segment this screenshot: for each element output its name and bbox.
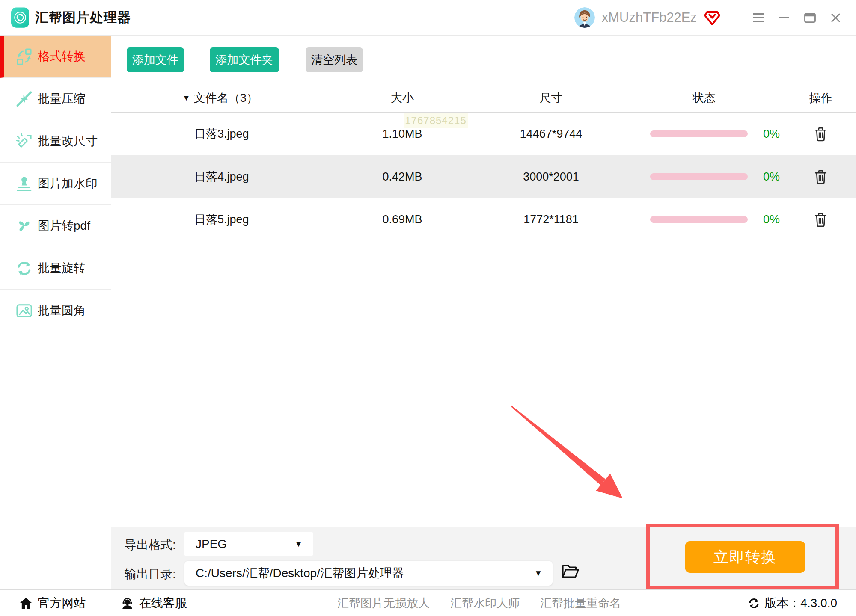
maximize-button[interactable] <box>797 0 823 35</box>
file-name: 日落3.jpeg <box>111 126 325 142</box>
file-name: 日落4.jpeg <box>111 169 325 184</box>
sidebar-item-label: 批量改尺寸 <box>38 133 98 149</box>
export-format-select[interactable]: JPEG ▼ <box>184 532 313 556</box>
table-row[interactable]: 日落3.jpeg 1.10MB 14467*9744 0% <box>111 113 856 155</box>
footer-links: 汇帮图片无损放大 汇帮水印大师 汇帮批量重命名 <box>337 590 621 616</box>
minimize-button[interactable] <box>771 0 797 35</box>
sidebar-item-batch-rotate[interactable]: 批量旋转 <box>0 247 111 290</box>
clear-list-button[interactable]: 清空列表 <box>306 47 363 72</box>
file-dimensions: 14467*9744 <box>479 127 623 141</box>
customer-service-icon <box>121 597 134 610</box>
hamburger-menu-icon[interactable] <box>746 0 771 35</box>
rotate-icon <box>15 259 33 278</box>
output-dir-select[interactable]: C:/Users/汇帮/Desktop/汇帮图片处理器 ▼ <box>184 561 553 586</box>
convert-now-button[interactable]: 立即转换 <box>685 541 805 573</box>
footer-link-watermark-master[interactable]: 汇帮水印大师 <box>450 595 520 611</box>
toolbar: 添加文件 添加文件夹 清空列表 <box>111 47 363 73</box>
progress-bar <box>650 173 748 180</box>
sidebar-item-batch-round-corner[interactable]: 批量圆角 <box>0 290 111 332</box>
online-service-label: 在线客服 <box>139 595 187 611</box>
file-size: 1.10MB <box>325 127 479 141</box>
format-convert-icon <box>15 47 33 66</box>
sort-desc-icon: ▼ <box>182 93 190 103</box>
table-row[interactable]: 日落4.jpeg 0.42MB 3000*2001 0% <box>111 155 856 198</box>
column-header-status: 状态 <box>623 90 785 106</box>
version-label: 版本：4.3.0.0 <box>764 595 837 611</box>
status-cell: 0% <box>623 213 785 226</box>
sidebar-item-label: 批量旋转 <box>38 260 86 276</box>
avatar[interactable] <box>574 7 595 28</box>
online-service-link[interactable]: 在线客服 <box>121 590 187 616</box>
official-website-label: 官方网站 <box>38 595 86 611</box>
app-window: 汇帮图片处理器 xMUzhTFb22Ez <box>0 0 856 616</box>
export-format-value: JPEG <box>196 537 227 551</box>
sidebar-item-batch-resize[interactable]: 批量改尺寸 <box>0 120 111 163</box>
image-icon <box>15 301 33 320</box>
progress-percent: 0% <box>763 127 780 141</box>
output-dir-label: 输出目录: <box>125 566 176 582</box>
add-files-button[interactable]: 添加文件 <box>127 47 184 72</box>
delete-trash-icon[interactable] <box>814 169 827 184</box>
vip-badge-icon[interactable] <box>704 9 721 26</box>
sidebar: 格式转换 批量压缩 批量改尺寸 <box>0 36 111 589</box>
home-icon <box>19 597 33 610</box>
file-name: 日落5.jpeg <box>111 212 325 227</box>
sidebar-item-label: 批量压缩 <box>38 91 86 107</box>
column-header-size: 大小 <box>325 90 479 106</box>
chevron-down-icon: ▼ <box>534 569 542 578</box>
sidebar-item-label: 图片加水印 <box>38 175 98 192</box>
stamp-icon <box>15 174 33 193</box>
add-folder-button[interactable]: 添加文件夹 <box>210 47 279 72</box>
pdf-icon <box>15 216 33 235</box>
delete-trash-icon[interactable] <box>814 212 827 227</box>
file-size: 0.42MB <box>325 170 479 184</box>
chevron-down-icon: ▼ <box>294 539 303 549</box>
sidebar-item-watermark[interactable]: 图片加水印 <box>0 163 111 205</box>
progress-bar <box>650 216 748 223</box>
compress-icon <box>15 89 33 108</box>
footer-link-batch-rename[interactable]: 汇帮批量重命名 <box>540 595 621 611</box>
file-dimensions: 3000*2001 <box>479 170 623 184</box>
close-button[interactable] <box>823 0 848 35</box>
footer-link-lossless-upscale[interactable]: 汇帮图片无损放大 <box>337 595 430 611</box>
file-size: 0.69MB <box>325 213 479 226</box>
status-cell: 0% <box>623 170 785 184</box>
sidebar-item-label: 批量圆角 <box>38 302 86 319</box>
table-header: ▼ 文件名（3） 大小 尺寸 状态 操作 <box>111 83 856 113</box>
sidebar-item-label: 图片转pdf <box>38 218 90 234</box>
table-row[interactable]: 日落5.jpeg 0.69MB 1772*1181 0% <box>111 198 856 241</box>
version-area: 版本：4.3.0.0 <box>748 590 837 616</box>
sidebar-item-batch-compress[interactable]: 批量压缩 <box>0 78 111 120</box>
footer: 官方网站 在线客服 汇帮图片无损放大 汇帮水印大师 汇帮批量重命名 <box>0 589 856 616</box>
sidebar-item-label: 格式转换 <box>38 48 86 65</box>
sidebar-item-image-to-pdf[interactable]: 图片转pdf <box>0 205 111 247</box>
username[interactable]: xMUzhTFb22Ez <box>602 10 697 25</box>
export-format-label: 导出格式: <box>125 537 176 553</box>
progress-percent: 0% <box>763 213 780 226</box>
app-logo-icon <box>11 7 29 28</box>
magic-wand-icon <box>15 132 33 151</box>
progress-bar <box>650 130 748 137</box>
browse-folder-icon[interactable] <box>562 563 580 580</box>
titlebar: 汇帮图片处理器 xMUzhTFb22Ez <box>0 0 856 36</box>
export-panel: 导出格式: JPEG ▼ 输出目录: C:/Users/汇帮/Desktop/汇… <box>111 527 856 589</box>
sidebar-item-format-convert[interactable]: 格式转换 <box>0 36 111 78</box>
delete-trash-icon[interactable] <box>814 127 827 142</box>
column-header-filename[interactable]: ▼ 文件名（3） <box>111 90 325 106</box>
progress-percent: 0% <box>763 170 780 184</box>
filename-header-label: 文件名（3） <box>194 90 258 106</box>
column-header-dimensions: 尺寸 <box>479 90 623 106</box>
status-cell: 0% <box>623 127 785 141</box>
update-refresh-icon[interactable] <box>748 597 760 610</box>
official-website-link[interactable]: 官方网站 <box>19 590 86 616</box>
main-content: 添加文件 添加文件夹 清空列表 ▼ 文件名（3） 大小 尺寸 状态 操作 176… <box>111 36 856 527</box>
column-header-operations: 操作 <box>785 90 856 106</box>
app-title: 汇帮图片处理器 <box>35 9 131 27</box>
output-dir-value: C:/Users/汇帮/Desktop/汇帮图片处理器 <box>196 565 404 581</box>
file-dimensions: 1772*1181 <box>479 213 623 226</box>
